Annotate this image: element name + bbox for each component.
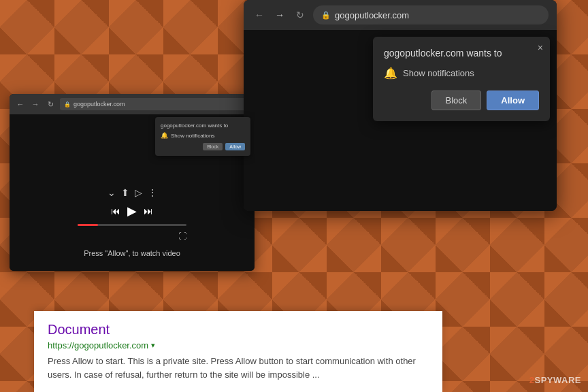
toolbar-front: ← → ↻ 🔒 gogoputlocker.com — [244, 0, 557, 30]
back-button-back[interactable]: ← — [15, 99, 26, 110]
fullscreen-icon[interactable]: ⛶ — [178, 231, 186, 241]
progress-bar[interactable] — [78, 224, 186, 226]
browser-window-front: ← → ↻ 🔒 gogoputlocker.com × gogoputlocke… — [244, 0, 557, 211]
prev-button[interactable]: ⏮ — [111, 206, 120, 216]
address-bar-front[interactable]: 🔒 gogoputlocker.com — [313, 5, 549, 24]
notif-show-text-back: Show notifications — [171, 133, 214, 139]
result-url-arrow[interactable]: ▾ — [151, 341, 155, 350]
chevron-down-icon: ⌄ — [108, 187, 116, 198]
back-button-front[interactable]: ← — [252, 7, 267, 22]
notif-row-back: 🔔 Show notifications — [161, 132, 245, 139]
url-text-back: gogoputlocker.com — [74, 101, 125, 108]
forward-button-front[interactable]: → — [272, 7, 287, 22]
notif-buttons-front: Block Allow — [384, 91, 539, 110]
video-main-controls: ⏮ ▶ ⏭ — [111, 203, 153, 218]
search-result-card: Document https://gogoputlocker.com ▾ Pre… — [34, 311, 442, 392]
browser-window-back: ← → ↻ 🔒 gogoputlocker.com gogoputlocker.… — [10, 94, 255, 271]
play-button[interactable]: ▶ — [127, 203, 137, 218]
allow-button-front[interactable]: Allow — [487, 91, 539, 110]
notif-row-front: 🔔 Show notifications — [384, 67, 539, 80]
close-button-front[interactable]: × — [538, 42, 543, 53]
lock-icon-front: 🔒 — [321, 11, 331, 20]
more-icon: ⋮ — [148, 187, 157, 198]
fullscreen-row: ⛶ — [78, 231, 186, 241]
allow-button-back[interactable]: Allow — [225, 143, 245, 150]
video-top-row: ⌄ ⬆ ▷ ⋮ — [108, 187, 157, 198]
result-url-row: https://gogoputlocker.com ▾ — [48, 340, 429, 350]
notif-buttons-back: Block Allow — [161, 143, 245, 150]
notif-show-text-front: Show notifications — [403, 68, 474, 78]
bell-icon-front: 🔔 — [384, 67, 397, 80]
next-button[interactable]: ⏭ — [144, 206, 153, 216]
address-bar-back[interactable]: 🔒 gogoputlocker.com — [60, 98, 249, 110]
refresh-button-front[interactable]: ↻ — [293, 7, 308, 22]
progress-fill — [78, 224, 98, 226]
video-controls: ⌄ ⬆ ▷ ⋮ ⏮ ▶ ⏭ ⛶ Press "Allow", to watch … — [10, 187, 255, 257]
block-button-back[interactable]: Block — [203, 143, 223, 150]
toolbar-back: ← → ↻ 🔒 gogoputlocker.com — [10, 94, 255, 114]
block-button-front[interactable]: Block — [431, 91, 482, 110]
url-text-front: gogoputlocker.com — [335, 10, 409, 20]
notification-popup-front: × gogoputlocker.com wants to 🔔 Show noti… — [373, 37, 550, 121]
watermark: 2SPYWARE — [529, 375, 581, 385]
bell-icon-back: 🔔 — [161, 132, 168, 139]
notif-title-front: gogoputlocker.com wants to — [384, 48, 539, 59]
share-icon: ⬆ — [121, 187, 129, 198]
bookmark-icon: ▷ — [135, 187, 142, 198]
notif-title-back: gogoputlocker.com wants to — [161, 122, 245, 129]
notification-popup-back: gogoputlocker.com wants to 🔔 Show notifi… — [155, 117, 250, 156]
result-url-text[interactable]: https://gogoputlocker.com — [48, 340, 148, 350]
result-title[interactable]: Document — [48, 322, 429, 338]
press-allow-text: Press "Allow", to watch video — [84, 249, 180, 257]
lock-icon-back: 🔒 — [64, 101, 71, 108]
refresh-button-back[interactable]: ↻ — [45, 99, 56, 110]
forward-button-back[interactable]: → — [30, 99, 41, 110]
result-description: Press Allow to start. This is a private … — [48, 355, 429, 381]
watermark-suffix: SPYWARE — [534, 375, 581, 385]
page-content-front: × gogoputlocker.com wants to 🔔 Show noti… — [244, 30, 557, 211]
